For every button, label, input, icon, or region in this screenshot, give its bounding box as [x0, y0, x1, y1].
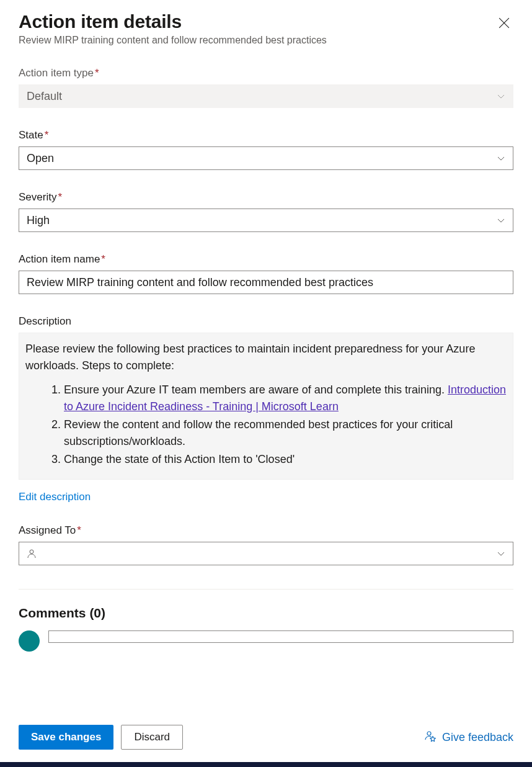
close-button[interactable] [495, 14, 513, 34]
type-label: Action item type* [19, 67, 513, 79]
person-icon [27, 549, 37, 558]
assigned-select[interactable] [19, 542, 513, 565]
discard-button[interactable]: Discard [121, 725, 183, 750]
description-box: Please review the following best practic… [19, 333, 513, 480]
give-feedback-link[interactable]: Give feedback [425, 730, 513, 745]
svg-point-2 [30, 550, 33, 554]
chevron-down-icon [497, 154, 505, 163]
panel-subtitle: Review MIRP training content and follow … [19, 35, 327, 46]
close-icon [499, 21, 510, 30]
description-intro: Please review the following best practic… [25, 341, 507, 374]
severity-label: Severity* [19, 191, 513, 204]
description-step3: Change the state of this Action Item to … [64, 451, 507, 468]
description-step2: Review the content and follow the recomm… [64, 416, 507, 450]
chevron-down-icon [497, 549, 505, 558]
save-button[interactable]: Save changes [19, 725, 113, 750]
name-label: Action item name* [19, 253, 513, 266]
svg-point-3 [427, 732, 431, 735]
severity-value: High [27, 214, 50, 227]
assigned-label: Assigned To* [19, 524, 513, 537]
description-label: Description [19, 315, 513, 328]
avatar [19, 630, 40, 652]
severity-select[interactable]: High [19, 209, 513, 232]
state-label: State* [19, 129, 513, 141]
comment-input[interactable] [48, 630, 513, 643]
chevron-down-icon [497, 92, 505, 101]
state-select[interactable]: Open [19, 146, 513, 170]
panel-title: Action item details [19, 11, 327, 32]
type-select: Default [19, 84, 513, 108]
name-input[interactable] [19, 271, 513, 294]
type-value: Default [27, 90, 62, 103]
comments-heading: Comments (0) [19, 606, 513, 621]
state-value: Open [27, 152, 54, 165]
bottom-bar [0, 762, 532, 767]
feedback-icon [425, 730, 437, 745]
divider [19, 589, 513, 590]
chevron-down-icon [497, 216, 505, 225]
edit-description-link[interactable]: Edit description [19, 491, 91, 503]
description-step1: Ensure your Azure IT team members are aw… [64, 382, 507, 415]
footer: Save changes Discard Give feedback [0, 710, 532, 767]
